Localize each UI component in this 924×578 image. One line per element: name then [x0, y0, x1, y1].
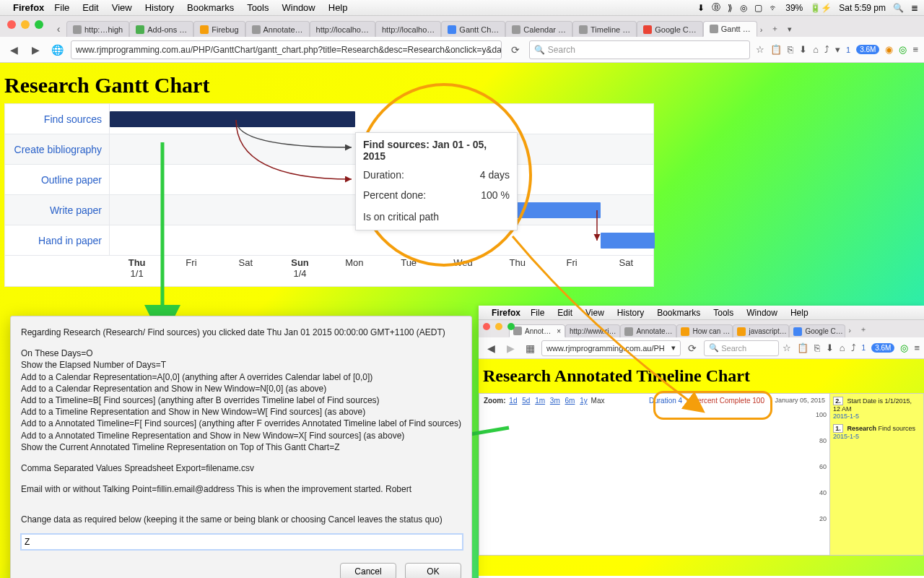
zoom-window-button[interactable] [507, 323, 515, 330]
menu-history[interactable]: History [617, 308, 644, 318]
wifi-icon[interactable]: ᯤ [770, 3, 778, 13]
annotation-item[interactable]: 1. Research Find sources 2015-1-5 [833, 424, 920, 440]
ext-icon[interactable]: ⟫ [728, 3, 733, 13]
url-bar[interactable]: www.rjmprogramming.com.au/PHP/GanttChart… [71, 40, 502, 59]
airplay-icon[interactable]: ▢ [754, 3, 762, 13]
browser-tab[interactable]: Google C… [789, 324, 845, 337]
browser-tab[interactable]: http:…high [66, 21, 129, 37]
zoom-1m[interactable]: 1m [535, 397, 545, 405]
minimize-window-button[interactable] [495, 323, 502, 330]
app-name[interactable]: Firefox [492, 308, 520, 318]
prompt-input[interactable] [21, 534, 463, 550]
zoom-1d[interactable]: 1d [509, 397, 517, 405]
browser-tab[interactable]: http://localho… [310, 21, 375, 37]
menu-bookmarks[interactable]: Bookmarks [657, 308, 700, 318]
menu-bookmarks[interactable]: Bookmarks [187, 2, 234, 13]
target-icon[interactable]: ◎ [740, 3, 747, 13]
zoom-6m[interactable]: 6m [565, 397, 575, 405]
zoom-window-button[interactable] [35, 20, 43, 29]
new-tab-button[interactable]: ＋ [765, 20, 785, 37]
tab-scroll-right[interactable]: › [757, 22, 766, 37]
back-button[interactable]: ◀ [6, 42, 22, 58]
zoom-max[interactable]: Max [591, 397, 605, 405]
star-icon[interactable]: ☆ [783, 342, 791, 353]
cancel-button[interactable]: Cancel [340, 563, 396, 578]
zoom-1y[interactable]: 1y [580, 397, 588, 405]
browser-tab[interactable]: Gantt … [703, 21, 757, 37]
browser-tab[interactable]: http://localho… [375, 21, 441, 37]
browser-tab[interactable]: javascript… [733, 324, 789, 337]
gantt-bar[interactable] [110, 111, 355, 127]
menu-tools[interactable]: Tools [713, 308, 733, 318]
star-icon[interactable]: ☆ [756, 44, 764, 55]
reload-button[interactable]: ⟳ [684, 340, 700, 356]
clock[interactable]: Sat 5:59 pm [839, 3, 886, 13]
annotated-timeline[interactable]: Zoom: 1d 5d 1m 3m 6m 1y Max Duration 4 ●… [479, 393, 924, 556]
forward-button[interactable]: ▶ [27, 42, 43, 58]
clipboard-icon[interactable]: 📋 [770, 44, 782, 55]
identity-icon[interactable]: 🌐 [49, 42, 65, 58]
browser-tab[interactable]: Timeline … [572, 21, 637, 37]
menu-view[interactable]: View [585, 308, 604, 318]
tab-close-icon[interactable]: × [557, 327, 561, 335]
menu-file[interactable]: File [531, 308, 544, 318]
close-window-button[interactable] [7, 20, 16, 29]
browser-tab[interactable]: http://www.rj… [565, 324, 620, 337]
menu-history[interactable]: History [145, 2, 174, 13]
browser-tab[interactable]: How can … [676, 324, 733, 337]
search-bar[interactable]: 🔍 Search [529, 40, 750, 59]
share-icon[interactable]: ⤴ [824, 44, 829, 55]
tab-scroll-right[interactable]: › [845, 324, 853, 337]
folder-icon[interactable]: ▦ [522, 340, 538, 356]
download-icon[interactable]: ⬇ [826, 342, 834, 353]
gantt-row[interactable]: Write paper [5, 195, 653, 225]
download-icon[interactable]: ⬇ [799, 44, 807, 55]
gantt-row[interactable]: Create bibliography [5, 134, 653, 165]
zoom-3m[interactable]: 3m [550, 397, 560, 405]
greasemonkey-icon[interactable]: ◉ [885, 44, 893, 55]
menu-edit[interactable]: Edit [82, 2, 98, 13]
menu-tools[interactable]: Tools [247, 2, 269, 13]
new-tab-button[interactable]: ＋ [854, 322, 873, 337]
browser-tab[interactable]: Firebug [193, 21, 245, 37]
forward-button[interactable]: ▶ [502, 340, 518, 356]
menu-edit[interactable]: Edit [557, 308, 572, 318]
clipboard-icon[interactable]: 📋 [797, 342, 808, 353]
pocket-icon[interactable]: ⎘ [814, 342, 820, 353]
tab-scroll-left[interactable]: ‹ [51, 21, 66, 37]
tab-list-button[interactable]: ▾ [785, 22, 795, 37]
home-icon[interactable]: ⌂ [813, 44, 819, 55]
download-icon[interactable]: ⬇ [697, 3, 705, 13]
browser-tab[interactable]: Annotate… [245, 21, 310, 37]
pocket-icon[interactable]: ⎘ [788, 44, 793, 55]
menu-help[interactable]: Help [790, 308, 808, 318]
reload-button[interactable]: ⟳ [507, 42, 523, 58]
timeline-chart-area[interactable]: Zoom: 1d 5d 1m 3m 6m 1y Max Duration 4 ●… [479, 394, 829, 555]
annotation-item[interactable]: 2. Start Date is 1/1/2015, 12 AM 2015-1-… [833, 397, 920, 420]
menu-help[interactable]: Help [328, 2, 348, 13]
gantt-row[interactable]: Find sources [5, 104, 653, 134]
browser-tab[interactable]: Annotate… [620, 324, 676, 337]
menu-view[interactable]: View [112, 2, 132, 13]
browser-tab[interactable]: Gantt Ch… [441, 21, 505, 37]
back-button[interactable]: ◀ [483, 340, 499, 356]
gantt-bar[interactable] [601, 233, 655, 249]
browser-tab[interactable]: Google C… [637, 21, 702, 37]
hamburger-icon[interactable]: ≡ [912, 44, 918, 55]
menu-window[interactable]: Window [746, 308, 777, 318]
ok-button[interactable]: OK [405, 563, 461, 578]
browser-tab[interactable]: Add-ons … [129, 21, 193, 37]
menu-window[interactable]: Window [282, 2, 315, 13]
browser-tab[interactable]: Calendar … [505, 21, 572, 37]
spotlight-icon[interactable]: 🔍 [893, 3, 904, 13]
gantt-chart[interactable]: Find sources Create bibliography Outline… [4, 103, 654, 287]
share-icon[interactable]: ⤴ [851, 342, 856, 353]
gantt-row[interactable]: Outline paper [5, 165, 653, 195]
menu-file[interactable]: File [54, 2, 69, 13]
dev-icon[interactable]: ▾ [835, 44, 840, 55]
addon-icon[interactable]: ◎ [900, 342, 908, 353]
search-bar[interactable]: 🔍 Search [704, 340, 779, 356]
close-window-button[interactable] [483, 323, 490, 330]
list-icon[interactable]: ≣ [911, 3, 918, 13]
gantt-row[interactable]: Hand in paper [5, 225, 653, 256]
